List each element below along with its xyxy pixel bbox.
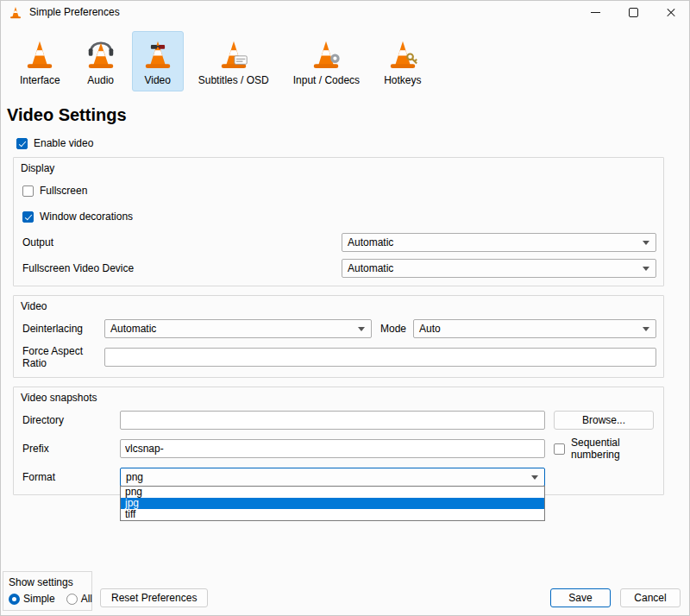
format-label: Format [22, 471, 120, 483]
display-group: Display Fullscreen Window decorations Ou… [13, 157, 664, 286]
vlc-cone-icon [9, 5, 22, 19]
output-label: Output [22, 236, 53, 248]
radio-indicator [66, 594, 78, 605]
deinterlacing-label: Deinterlacing [22, 323, 104, 335]
cancel-button[interactable]: Cancel [620, 588, 681, 607]
input-codecs-icon [310, 37, 342, 70]
toolbar-item-subtitles-osd[interactable]: Subtitles / OSD [189, 31, 279, 91]
dropdown-option[interactable]: tiff [121, 509, 544, 520]
format-dropdown-popup: png jpg tiff [120, 486, 545, 521]
chevron-down-icon [643, 327, 649, 331]
radio-simple[interactable]: Simple [9, 593, 55, 605]
output-dropdown[interactable]: Automatic [342, 233, 656, 252]
close-button[interactable] [652, 0, 690, 24]
radio-indicator [9, 594, 20, 605]
fullscreen-video-device-dropdown[interactable]: Automatic [342, 259, 656, 278]
group-title: Video [21, 300, 656, 312]
page-title: Video Settings [7, 105, 690, 125]
sequential-numbering-checkbox[interactable]: Sequential numbering [554, 437, 656, 461]
group-title: Display [21, 162, 656, 174]
deinterlacing-dropdown[interactable]: Automatic [104, 319, 372, 338]
maximize-icon [629, 8, 638, 17]
interface-icon [23, 37, 56, 70]
chevron-down-icon [643, 241, 649, 245]
toolbar-item-video[interactable]: Video [132, 31, 184, 91]
toolbar-item-label: Interface [20, 74, 60, 86]
dropdown-value: Automatic [348, 236, 393, 248]
category-toolbar: Interface Audio Video Subtitles / OSD In… [0, 24, 690, 95]
checkbox-indicator [22, 185, 34, 197]
dropdown-value: Automatic [110, 323, 156, 335]
reset-preferences-button[interactable]: Reset Preferences [100, 588, 208, 607]
toolbar-item-label: Video [144, 74, 170, 86]
maximize-button[interactable] [614, 0, 652, 24]
fullscreen-video-device-label: Fullscreen Video Device [22, 262, 134, 274]
prefix-label: Prefix [22, 443, 120, 455]
radio-all[interactable]: All [66, 593, 92, 605]
save-button[interactable]: Save [550, 588, 611, 607]
force-aspect-ratio-input[interactable] [104, 348, 656, 367]
audio-icon [85, 37, 117, 70]
mode-label: Mode [380, 323, 406, 335]
checkbox-indicator [22, 211, 34, 223]
group-title: Video snapshots [21, 392, 656, 404]
toolbar-item-label: Subtitles / OSD [198, 74, 269, 86]
footer: Show settings Simple All Reset Preferenc… [0, 568, 690, 616]
checkbox-indicator [16, 138, 28, 149]
close-icon [666, 7, 676, 17]
video-snapshots-group: Video snapshots Directory Browse... Pref… [13, 387, 664, 495]
toolbar-item-input-codecs[interactable]: Input / Codecs [284, 31, 369, 91]
checkbox-label: Enable video [34, 137, 93, 149]
settings-panel: Enable video Display Fullscreen Window d… [13, 137, 664, 495]
group-title: Show settings [9, 576, 86, 588]
toolbar-item-label: Input / Codecs [293, 74, 360, 86]
checkbox-label: Fullscreen [40, 185, 87, 197]
fullscreen-checkbox[interactable]: Fullscreen [22, 185, 87, 197]
radio-label: Simple [23, 593, 55, 605]
dropdown-value: Auto [419, 323, 441, 335]
directory-label: Directory [22, 414, 120, 426]
prefix-input[interactable] [120, 439, 545, 458]
deinterlace-mode-dropdown[interactable]: Auto [413, 319, 656, 338]
video-icon [141, 37, 174, 70]
chevron-down-icon [531, 475, 538, 480]
window-controls [576, 0, 690, 24]
force-aspect-ratio-label: Force Aspect Ratio [22, 345, 104, 369]
checkbox-label: Sequential numbering [571, 437, 656, 461]
toolbar-item-hotkeys[interactable]: Hotkeys [374, 31, 430, 91]
window-decorations-checkbox[interactable]: Window decorations [22, 211, 133, 223]
radio-label: All [81, 593, 92, 605]
chevron-down-icon [358, 327, 365, 331]
dropdown-option[interactable]: jpg [121, 498, 544, 509]
toolbar-item-audio[interactable]: Audio [75, 31, 127, 91]
browse-button[interactable]: Browse... [554, 411, 654, 430]
simple-preferences-window: { "window": { "title": "Simple Preferenc… [0, 0, 690, 616]
directory-input[interactable] [120, 411, 545, 430]
dropdown-value: Automatic [348, 262, 393, 274]
chevron-down-icon [643, 267, 649, 271]
subtitles-osd-icon [217, 37, 250, 70]
minimize-button[interactable] [576, 0, 614, 24]
format-dropdown-wrap: png png jpg tiff [120, 468, 545, 487]
format-dropdown[interactable]: png [120, 468, 545, 487]
toolbar-item-label: Audio [87, 74, 114, 86]
toolbar-item-label: Hotkeys [384, 74, 421, 86]
toolbar-item-interface[interactable]: Interface [10, 31, 70, 91]
checkbox-indicator [554, 443, 565, 455]
window-title: Simple Preferences [29, 6, 120, 18]
video-group: Video Deinterlacing Automatic Mode Auto … [13, 295, 664, 378]
minimize-icon [591, 12, 600, 13]
checkbox-label: Window decorations [40, 211, 133, 223]
dropdown-value: png [126, 471, 143, 483]
show-settings-group: Show settings Simple All [3, 571, 92, 611]
hotkeys-icon [386, 37, 419, 70]
titlebar: Simple Preferences [0, 0, 690, 24]
dropdown-option[interactable]: png [121, 487, 544, 498]
enable-video-checkbox[interactable]: Enable video [16, 137, 664, 149]
